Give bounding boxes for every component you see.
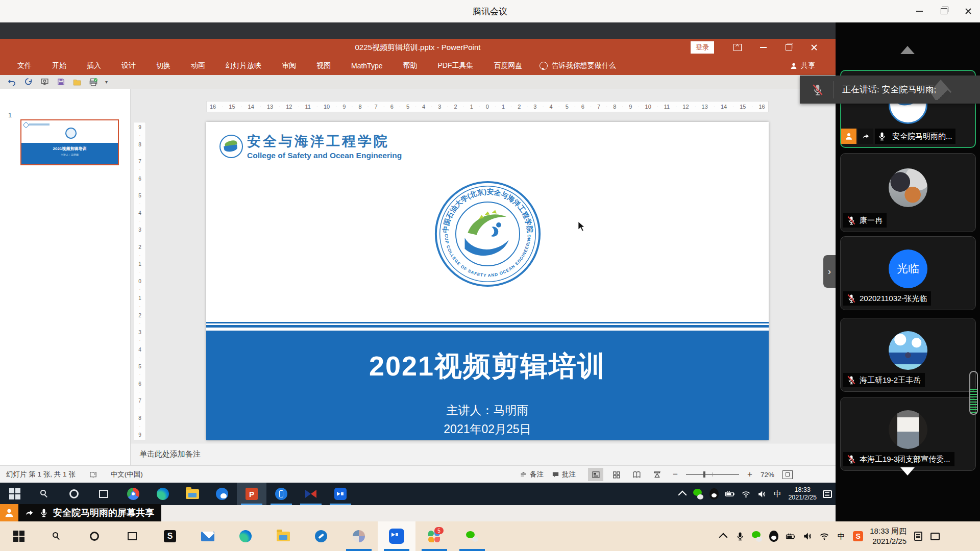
slide-sorter-view-button[interactable] — [608, 468, 624, 481]
clock[interactable]: 18:33 周四 2021/2/25 — [870, 526, 906, 546]
mic-tray-icon[interactable] — [735, 531, 745, 541]
ribbon-tab[interactable]: 百度网盘 — [483, 56, 532, 75]
action-center-icon[interactable] — [822, 489, 832, 499]
ribbon-tab[interactable]: 幻灯片放映 — [215, 56, 272, 75]
language-indicator[interactable]: 中文(中国) — [111, 470, 143, 479]
volume-icon[interactable] — [802, 531, 813, 541]
ribbon-tab[interactable]: 文件 — [7, 56, 42, 75]
task-view-icon[interactable] — [113, 521, 151, 551]
ribbon-display-options-icon[interactable] — [732, 42, 743, 53]
action-center-icon[interactable] — [930, 531, 940, 541]
file-explorer-icon[interactable] — [178, 483, 207, 505]
notes-tray-icon[interactable] — [913, 531, 923, 541]
battery-icon[interactable] — [786, 531, 796, 541]
wechat-tray-icon[interactable] — [693, 489, 703, 499]
search-icon[interactable] — [30, 483, 59, 505]
tray-expand-icon[interactable] — [677, 489, 688, 499]
wifi-icon[interactable] — [741, 489, 751, 499]
notes-toggle[interactable]: 备注 — [520, 470, 544, 479]
slide-thumbnail[interactable]: 2021视频剪辑培训 主讲人：马明雨 — [20, 119, 119, 165]
edge-icon[interactable] — [227, 521, 264, 551]
ribbon-tab[interactable]: 帮助 — [393, 56, 427, 75]
sidebar-collapse-handle[interactable]: › — [823, 255, 836, 288]
sogou-tray-icon[interactable]: S — [853, 531, 863, 541]
qq-tray-icon[interactable] — [769, 531, 779, 541]
photos-app-icon[interactable] — [340, 521, 378, 551]
comments-toggle[interactable]: 批注 — [552, 470, 576, 479]
ribbon-tab[interactable]: 审阅 — [272, 56, 306, 75]
file-explorer-icon[interactable] — [264, 521, 302, 551]
cortana-icon[interactable] — [59, 483, 89, 505]
participant-tile[interactable]: 海工研19-2王丰岳 — [840, 318, 976, 392]
browser-app-icon[interactable] — [207, 483, 237, 505]
ppt-restore-button[interactable] — [783, 42, 794, 53]
phone-app-icon[interactable] — [266, 483, 296, 505]
zoom-in-button[interactable]: + — [747, 469, 752, 480]
scroll-up-icon[interactable] — [900, 46, 915, 54]
start-button[interactable] — [0, 483, 30, 505]
slideshow-view-button[interactable] — [649, 468, 665, 481]
ribbon-tab[interactable]: 视图 — [306, 56, 341, 75]
qat-customize-icon[interactable]: ▾ — [105, 79, 108, 85]
ribbon-tab[interactable]: 动画 — [181, 56, 215, 75]
ime-indicator[interactable]: 中 — [836, 531, 846, 541]
ribbon-tab[interactable]: PDF工具集 — [427, 56, 483, 75]
task-view-icon[interactable] — [89, 483, 118, 505]
mail-app-icon[interactable] — [189, 521, 227, 551]
battery-icon[interactable] — [725, 489, 735, 499]
edge-icon[interactable] — [148, 483, 178, 505]
powerpoint-taskbar-icon[interactable]: P — [237, 483, 266, 505]
zoom-slider-thumb[interactable] — [703, 471, 705, 478]
notes-input[interactable]: 单击此处添加备注 — [131, 443, 836, 465]
ppt-share-button[interactable]: 共享 — [790, 61, 815, 70]
open-icon[interactable] — [72, 78, 82, 87]
docs-app-icon[interactable]: 5 — [415, 521, 453, 551]
participant-tile[interactable]: 康一冉 — [840, 153, 976, 232]
ribbon-tab[interactable]: 插入 — [77, 56, 111, 75]
qq-tray-icon[interactable] — [709, 489, 719, 499]
close-button[interactable] — [961, 4, 976, 19]
scroll-down-icon[interactable] — [900, 467, 915, 475]
ppt-close-button[interactable] — [808, 42, 820, 53]
ribbon-tab[interactable]: 切换 — [146, 56, 181, 75]
cortana-icon[interactable] — [76, 521, 113, 551]
undo-icon[interactable] — [7, 78, 16, 87]
search-icon[interactable] — [38, 521, 76, 551]
redo-icon[interactable] — [23, 78, 33, 87]
volume-icon[interactable] — [756, 489, 767, 499]
chrome-icon[interactable] — [118, 483, 148, 505]
meeting-app-icon[interactable] — [326, 483, 355, 505]
print-preview-icon[interactable] — [89, 78, 98, 87]
zoom-out-button[interactable]: − — [673, 469, 678, 480]
ribbon-tab[interactable]: MathType — [341, 56, 393, 75]
clock[interactable]: 18:33 2021/2/25 — [788, 486, 817, 502]
save-icon[interactable] — [56, 78, 65, 87]
ribbon-tab[interactable]: 设计 — [111, 56, 146, 75]
spellcheck-icon[interactable] — [89, 470, 97, 479]
wechat-app-icon[interactable] — [453, 521, 491, 551]
ime-indicator[interactable]: 中 — [772, 489, 782, 499]
minimize-button[interactable] — [912, 4, 927, 19]
reading-view-button[interactable] — [629, 468, 644, 481]
tencent-meeting-icon[interactable] — [378, 521, 415, 551]
zoom-slider[interactable] — [686, 474, 739, 475]
tools-app-icon[interactable] — [302, 521, 340, 551]
zoom-level[interactable]: 72% — [761, 471, 774, 479]
wechat-tray-icon[interactable] — [752, 531, 762, 541]
ribbon-tab[interactable]: 开始 — [42, 56, 77, 75]
sogou-app-icon[interactable]: S — [151, 521, 189, 551]
wifi-icon[interactable] — [819, 531, 829, 541]
start-slideshow-icon[interactable] — [40, 78, 49, 87]
normal-view-button[interactable] — [588, 468, 603, 481]
tell-me-box[interactable]: 告诉我你想要做什么 — [540, 61, 616, 70]
ppt-login-button[interactable]: 登录 — [691, 41, 714, 54]
tray-expand-icon[interactable] — [718, 531, 728, 541]
start-button[interactable] — [0, 521, 38, 551]
maximize-button[interactable] — [936, 4, 951, 19]
media-app-icon[interactable] — [296, 483, 326, 505]
fit-to-window-button[interactable] — [782, 470, 793, 479]
slide-canvas[interactable]: 安全与海洋工程学院 College of Safety and Ocean En… — [206, 122, 769, 440]
ppt-minimize-button[interactable] — [757, 42, 769, 53]
participant-tile[interactable]: 本海工19-3团支部宣传委... — [840, 397, 976, 471]
participant-tile[interactable]: 光临2020211032-张光临 — [840, 236, 976, 310]
